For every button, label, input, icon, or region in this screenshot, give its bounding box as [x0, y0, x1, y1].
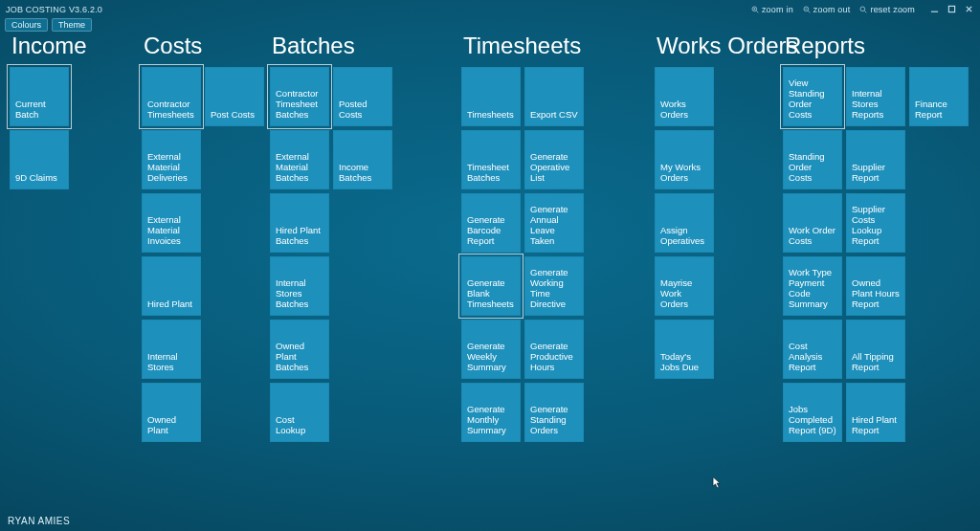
tile-internal-stores-reports[interactable]: Internal Stores Reports	[846, 67, 905, 126]
tile-external-material-deliveries[interactable]: External Material Deliveries	[142, 130, 201, 189]
close-button[interactable]	[963, 4, 974, 15]
column-costs: Costs Contractor Timesheets External Mat…	[142, 33, 264, 442]
zoom-out-label: zoom out	[813, 5, 851, 14]
tile-cost-lookup[interactable]: Cost Lookup	[270, 383, 329, 442]
tile-all-tipping-report[interactable]: All Tipping Report	[846, 320, 905, 379]
tile-generate-barcode-report[interactable]: Generate Barcode Report	[461, 193, 521, 253]
tile-generate-monthly-summary[interactable]: Generate Monthly Summary	[461, 383, 521, 442]
tile-standing-order-costs[interactable]: Standing Order Costs	[783, 130, 842, 189]
tile-export-csv[interactable]: Export CSV	[524, 67, 584, 126]
column-batches: Batches Contractor Timesheet Batches Ext…	[270, 33, 392, 442]
tile-owned-plant-hours-report[interactable]: Owned Plant Hours Report	[846, 256, 905, 316]
theme-toolbar: Colours Theme	[0, 16, 980, 32]
tile-todays-jobs-due[interactable]: Today's Jobs Due	[655, 320, 714, 379]
tile-works-orders[interactable]: Works Orders	[655, 67, 714, 126]
column-title-timesheets: Timesheets	[463, 33, 584, 61]
titlebar: JOB COSTING V3.6.2.0 zoom in zoom out re…	[0, 0, 980, 16]
column-income: Income Current Batch 9D Claims	[10, 33, 87, 189]
tile-hired-plant[interactable]: Hired Plant	[142, 256, 201, 316]
tile-my-works-orders[interactable]: My Works Orders	[655, 130, 714, 189]
tile-supplier-costs-lookup-report[interactable]: Supplier Costs Lookup Report	[846, 193, 905, 253]
tile-owned-plant[interactable]: Owned Plant	[142, 383, 201, 442]
tile-contractor-timesheets[interactable]: Contractor Timesheets	[142, 67, 201, 126]
colours-button[interactable]: Colours	[5, 18, 48, 32]
column-works-orders: Works Orders Works Orders My Works Order…	[655, 33, 798, 379]
tile-owned-plant-batches[interactable]: Owned Plant Batches	[270, 320, 329, 379]
tile-internal-stores-batches[interactable]: Internal Stores Batches	[270, 256, 329, 316]
tile-generate-working-time-directive[interactable]: Generate Working Time Directive	[524, 256, 584, 316]
tile-generate-standing-orders[interactable]: Generate Standing Orders	[524, 383, 584, 442]
tile-contractor-timesheet-batches[interactable]: Contractor Timesheet Batches	[270, 67, 329, 126]
tile-internal-stores[interactable]: Internal Stores	[142, 320, 201, 379]
tile-generate-annual-leave-taken[interactable]: Generate Annual Leave Taken	[524, 193, 584, 253]
tile-hired-plant-batches[interactable]: Hired Plant Batches	[270, 193, 329, 253]
tile-timesheets[interactable]: Timesheets	[461, 67, 521, 126]
magnifier-minus-icon	[803, 6, 811, 13]
svg-point-7	[860, 7, 865, 11]
tile-posted-costs[interactable]: Posted Costs	[333, 67, 392, 126]
svg-rect-10	[948, 6, 954, 11]
column-title-reports: Reports	[785, 33, 969, 61]
tile-work-type-payment-code-summary[interactable]: Work Type Payment Code Summary	[783, 256, 842, 316]
tile-generate-productive-hours[interactable]: Generate Productive Hours	[524, 320, 584, 379]
tile-supplier-report[interactable]: Supplier Report	[846, 130, 905, 189]
reset-zoom-button[interactable]: reset zoom	[856, 5, 919, 14]
svg-line-5	[808, 11, 810, 12]
tile-cost-analysis-report[interactable]: Cost Analysis Report	[783, 320, 842, 379]
tile-generate-blank-timesheets[interactable]: Generate Blank Timesheets	[461, 256, 521, 316]
tile-generate-weekly-summary[interactable]: Generate Weekly Summary	[461, 320, 521, 379]
zoom-in-label: zoom in	[762, 5, 793, 14]
reset-zoom-label: reset zoom	[870, 5, 915, 14]
tile-post-costs[interactable]: Post Costs	[205, 67, 264, 126]
tile-generate-operative-list[interactable]: Generate Operative List	[524, 130, 584, 189]
app-title: JOB COSTING V3.6.2.0	[6, 5, 102, 14]
tile-jobs-completed-report-9d[interactable]: Jobs Completed Report (9D)	[783, 383, 842, 442]
tile-work-order-costs[interactable]: Work Order Costs	[783, 193, 842, 253]
zoom-in-button[interactable]: zoom in	[747, 5, 797, 14]
column-title-batches: Batches	[272, 33, 392, 61]
column-title-works-orders: Works Orders	[657, 33, 798, 61]
tile-assign-operatives[interactable]: Assign Operatives	[655, 193, 714, 253]
tile-current-batch[interactable]: Current Batch	[10, 67, 69, 126]
tile-external-material-batches[interactable]: External Material Batches	[270, 130, 329, 189]
tile-mayrise-work-orders[interactable]: Mayrise Work Orders	[655, 256, 714, 316]
tile-external-material-invoices[interactable]: External Material Invoices	[142, 193, 201, 253]
tile-9d-claims[interactable]: 9D Claims	[10, 130, 69, 189]
svg-line-1	[756, 11, 758, 12]
column-timesheets: Timesheets Timesheets Timesheet Batches …	[461, 33, 584, 442]
column-title-income: Income	[11, 33, 87, 61]
maximize-button[interactable]	[946, 4, 957, 15]
column-reports: Reports View Standing Order Costs Standi…	[783, 33, 969, 442]
magnifier-plus-icon	[751, 6, 759, 13]
magnifier-reset-icon	[859, 6, 867, 13]
tile-board: Income Current Batch 9D Claims Costs Con…	[10, 33, 980, 512]
tile-timesheet-batches[interactable]: Timesheet Batches	[461, 130, 521, 189]
tile-finance-report[interactable]: Finance Report	[909, 67, 969, 126]
column-title-costs: Costs	[144, 33, 264, 61]
current-user-label: RYAN AMIES	[8, 516, 70, 526]
svg-line-8	[865, 11, 867, 12]
tile-income-batches[interactable]: Income Batches	[333, 130, 392, 189]
zoom-out-button[interactable]: zoom out	[799, 5, 855, 14]
minimize-button[interactable]	[928, 4, 940, 15]
zoom-controls: zoom in zoom out reset zoom	[747, 5, 919, 14]
tile-view-standing-order-costs[interactable]: View Standing Order Costs	[783, 67, 842, 126]
tile-hired-plant-report[interactable]: Hired Plant Report	[846, 383, 905, 442]
theme-button[interactable]: Theme	[52, 18, 92, 32]
window-controls	[928, 4, 974, 15]
